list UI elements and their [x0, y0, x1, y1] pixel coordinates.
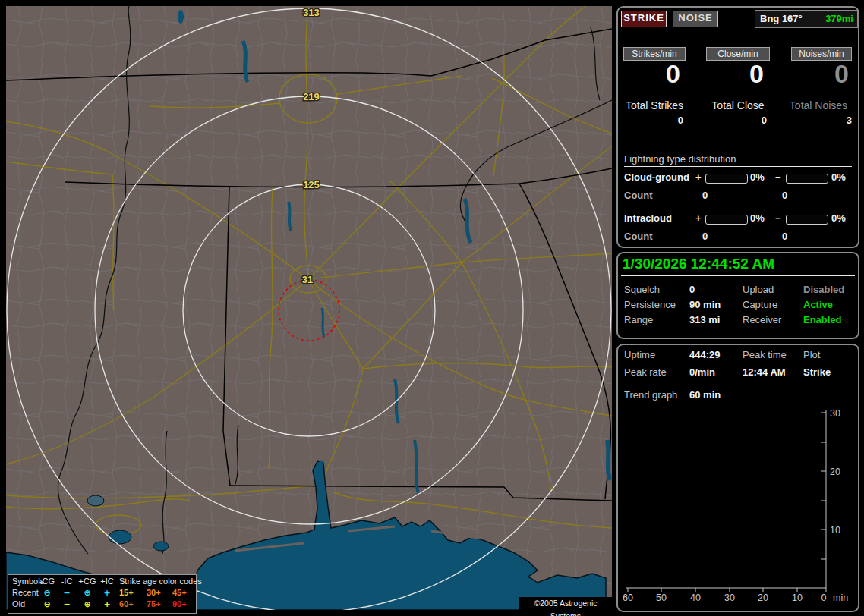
y-tick-20: 20 [830, 467, 840, 477]
distribution-divider [624, 166, 852, 167]
minus-sign: − [775, 171, 781, 183]
cloud-ground-label: Cloud-ground [624, 171, 689, 183]
squelch-value: 0 [689, 284, 695, 295]
intracloud-label: Intracloud [624, 212, 672, 224]
plus-sign: + [695, 212, 702, 224]
upload-status: Disabled [803, 284, 844, 295]
age-code-75: 75+ [147, 599, 169, 608]
cg-count-label: Count [624, 190, 653, 201]
status-panel: 1/30/2026 12:44:52 AM Squelch 0 Upload D… [616, 252, 859, 339]
capture-label: Capture [743, 299, 777, 310]
minus-sign: − [775, 212, 781, 224]
datetime-display: 1/30/2026 12:44:52 AM [623, 256, 774, 272]
distribution-title: Lightning type distribution [624, 153, 736, 165]
persistence-value: 90 min [689, 299, 721, 310]
cg-plus-count: 0 [702, 190, 708, 201]
total-strikes-value: 0 [623, 115, 683, 126]
total-close-label: Total Close [703, 99, 773, 112]
receiver-status: Enabled [803, 314, 842, 325]
map-legend: Symbols -CG -IC +CG +IC Strike age color… [8, 574, 197, 614]
ring-label-125: 125 [303, 179, 320, 190]
total-strikes-label: Total Strikes [620, 99, 689, 112]
cg-plus-pct: 0% [750, 171, 765, 183]
bearing-readout: Bng 167° 379mi [755, 10, 858, 28]
ic-minus-count: 0 [782, 231, 787, 242]
x-tick-50: 50 [656, 592, 667, 603]
range-value: 313 mi [689, 314, 720, 325]
bearing-distance: 379mi [825, 13, 853, 24]
total-close-value: 0 [706, 115, 767, 126]
x-tick-20: 20 [758, 592, 768, 603]
age-code-45: 45+ [172, 588, 195, 597]
total-noises-value: 3 [791, 115, 852, 126]
cg-minus-pct: 0% [831, 171, 846, 183]
x-tick-30: 30 [724, 592, 735, 603]
ic-plus-count: 0 [702, 231, 708, 242]
ring-label-219: 219 [303, 91, 320, 102]
minus-icon: − [58, 599, 75, 609]
ring-label-31: 31 [302, 274, 313, 285]
total-noises-label: Total Noises [784, 99, 853, 112]
circled-minus-icon: ⊖ [37, 588, 57, 598]
y-tick-30: 30 [830, 408, 840, 419]
x-tick-40: 40 [690, 592, 701, 603]
plus-icon: + [98, 599, 116, 609]
circled-plus-icon: ⊕ [77, 599, 98, 609]
capture-status: Active [803, 299, 833, 310]
ic-count-label: Count [624, 231, 653, 242]
strikes-per-min-value: 0 [623, 61, 680, 86]
x-axis-unit: min [833, 592, 848, 603]
age-code-30: 30+ [147, 588, 169, 597]
cg-minus-bar [786, 174, 828, 184]
range-label: Range [624, 314, 653, 325]
noise-mode-button[interactable]: NOISE [673, 11, 718, 27]
y-tick-10: 10 [830, 525, 840, 536]
stats-panel: Uptime 444:29 Peak time Plot Peak rate 0… [616, 344, 859, 612]
map-canvas: 313 219 125 31 [6, 6, 612, 610]
circled-minus-icon: ⊖ [37, 599, 57, 609]
trend-graph: 30 20 10 60 50 40 30 20 10 0 min [618, 345, 858, 608]
clock-divider [621, 275, 855, 276]
plus-icon: + [98, 588, 116, 598]
x-tick-10: 10 [792, 592, 803, 603]
ic-plus-bar [705, 215, 748, 225]
circled-plus-icon: ⊕ [77, 588, 98, 598]
close-per-min-value: 0 [706, 61, 764, 86]
receiver-label: Receiver [743, 314, 781, 325]
legend-old-label: Old [12, 599, 25, 608]
legend-col-pos-ic: +IC [98, 577, 116, 586]
ic-minus-pct: 0% [831, 212, 846, 224]
x-tick-60: 60 [623, 592, 633, 603]
age-code-15: 15+ [119, 588, 142, 597]
ic-minus-bar [786, 215, 828, 225]
copyright-text: ©2005 Astrogenic Systems [519, 597, 612, 610]
x-tick-0: 0 [821, 592, 827, 603]
plus-sign: + [695, 171, 702, 183]
cg-plus-bar [705, 174, 748, 184]
legend-age-title: Strike age color codes [119, 577, 202, 586]
ring-label-313: 313 [303, 7, 320, 18]
legend-recent-label: Recent [12, 588, 39, 597]
noises-per-min-value: 0 [791, 61, 849, 86]
age-code-90: 90+ [172, 599, 195, 608]
legend-col-neg-cg: -CG [37, 577, 57, 586]
minus-icon: − [58, 588, 75, 598]
age-code-60: 60+ [119, 599, 142, 608]
strike-mode-button[interactable]: STRIKE [621, 11, 667, 27]
cg-minus-count: 0 [782, 190, 787, 201]
bearing-label: Bng 167° [760, 13, 803, 24]
ic-plus-pct: 0% [750, 212, 765, 224]
upload-label: Upload [743, 284, 774, 295]
strike-counter-panel: STRIKE NOISE Bng 167° 379mi Strikes/min … [616, 6, 859, 248]
legend-col-pos-cg: +CG [77, 577, 98, 586]
lightning-map[interactable]: 313 219 125 31 Symbols -CG -IC +CG +IC S… [6, 6, 612, 610]
squelch-label: Squelch [624, 284, 660, 295]
legend-col-neg-ic: -IC [58, 577, 75, 586]
persistence-label: Persistence [624, 299, 676, 310]
